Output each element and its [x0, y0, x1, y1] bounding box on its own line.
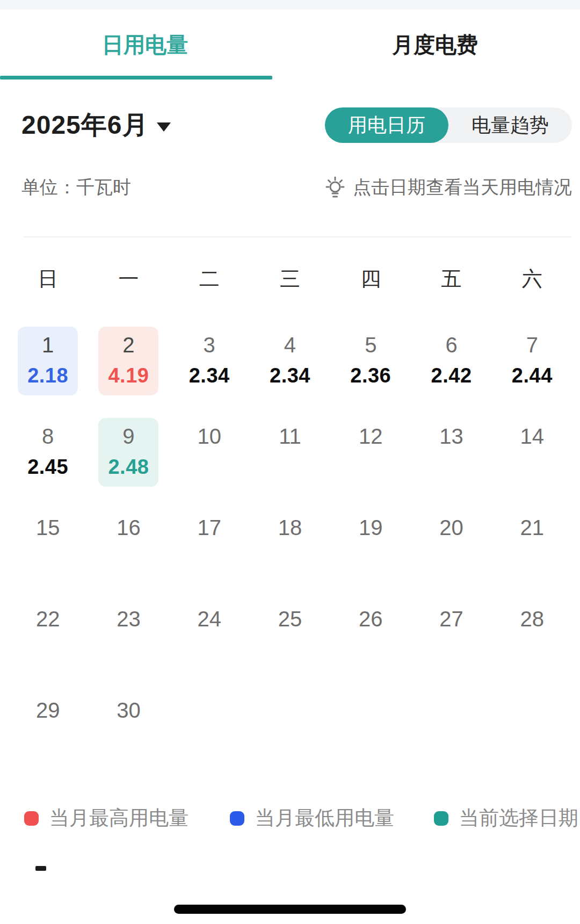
- calendar-cell: 42.34: [250, 327, 330, 418]
- top-tab-bar: 日用电量 月度电费: [0, 10, 580, 80]
- calendar-day-23[interactable]: 23: [98, 601, 158, 669]
- day-usage-value: 4.19: [108, 364, 149, 387]
- day-number: 25: [278, 607, 302, 631]
- calendar-day-2[interactable]: 24.19: [98, 327, 158, 395]
- day-number: 12: [359, 424, 383, 448]
- calendar-day-22[interactable]: 22: [18, 601, 78, 669]
- hint: 点击日期查看当天用电情况: [324, 175, 572, 200]
- calendar-cell: 17: [169, 509, 250, 601]
- day-number: 10: [197, 424, 221, 448]
- day-usage-value: 2.48: [108, 456, 149, 479]
- calendar-day-25[interactable]: 25: [260, 601, 320, 669]
- calendar-cell: 26: [330, 601, 411, 692]
- calendar-day-26[interactable]: 26: [340, 601, 401, 669]
- calendar-day-10[interactable]: 10: [179, 418, 240, 487]
- hint-text: 点击日期查看当天用电情况: [353, 175, 572, 200]
- day-number: 17: [197, 516, 221, 539]
- calendar-day-27[interactable]: 27: [422, 601, 482, 669]
- home-indicator-bar[interactable]: [174, 905, 406, 914]
- day-number: 13: [439, 424, 463, 448]
- unit-row: 单位：千瓦时 点击日期查看当天用电情况: [21, 175, 572, 200]
- calendar-day-5[interactable]: 52.36: [340, 327, 401, 395]
- day-number: 23: [117, 607, 141, 631]
- month-row: 2025年6月 用电日历 电量趋势: [21, 106, 572, 144]
- calendar-day-7[interactable]: 72.44: [502, 327, 562, 395]
- weekday-label: 日: [8, 265, 88, 293]
- calendar-cell: 29: [8, 692, 88, 783]
- month-selector[interactable]: 2025年6月: [21, 108, 171, 142]
- calendar-cell: 24.19: [88, 327, 169, 418]
- calendar-cell: 18: [250, 509, 330, 601]
- calendar-cell: 10: [169, 418, 250, 509]
- legend-label: 当前选择日期: [459, 805, 578, 832]
- calendar-day-9[interactable]: 92.48: [98, 418, 158, 487]
- weekday-label: 二: [169, 265, 250, 293]
- day-usage-value: 2.42: [431, 364, 472, 387]
- calendar-day-28[interactable]: 28: [502, 601, 562, 669]
- caret-down-icon: [157, 122, 171, 132]
- calendar-day-14[interactable]: 14: [502, 418, 562, 487]
- calendar-day-3[interactable]: 32.34: [179, 327, 240, 395]
- day-number: 21: [520, 516, 545, 539]
- calendar-day-16[interactable]: 16: [98, 509, 158, 578]
- calendar-day-6[interactable]: 62.42: [422, 327, 482, 395]
- day-usage-value: 2.18: [27, 364, 68, 387]
- calendar-day-17[interactable]: 17: [179, 509, 240, 578]
- calendar-day-29[interactable]: 29: [18, 692, 78, 761]
- weekday-header-row: 日一二三四五六: [0, 265, 580, 292]
- calendar-day-4[interactable]: 42.34: [260, 327, 320, 395]
- divider: [24, 236, 571, 237]
- day-number: 7: [526, 333, 538, 357]
- calendar-cell: 28: [492, 601, 572, 692]
- calendar-cell: 27: [411, 601, 491, 692]
- toggle-usage-trend[interactable]: 电量趋势: [448, 107, 572, 143]
- calendar-day-1[interactable]: 12.18: [18, 327, 78, 395]
- overflow-dash: [35, 866, 46, 871]
- day-usage-value: 2.34: [189, 364, 230, 387]
- calendar-day-24[interactable]: 24: [179, 601, 240, 669]
- calendar-cell: 15: [8, 509, 88, 601]
- toggle-usage-calendar[interactable]: 用电日历: [325, 107, 448, 143]
- weekday-label: 五: [411, 265, 491, 293]
- day-number: 20: [439, 516, 463, 539]
- weekday-label: 四: [330, 265, 411, 293]
- calendar-day-21[interactable]: 21: [502, 509, 562, 578]
- calendar-cell: 19: [330, 509, 411, 601]
- calendar-day-11[interactable]: 11: [260, 418, 320, 487]
- calendar-cell: 62.42: [411, 327, 491, 418]
- calendar-day-8[interactable]: 82.45: [18, 418, 78, 487]
- legend: 当月最高用电量 当月最低用电量 当前选择日期: [0, 805, 580, 834]
- day-number: 26: [359, 607, 383, 631]
- calendar-cell: 21: [492, 509, 572, 601]
- unit-label: 单位：千瓦时: [21, 175, 131, 200]
- weekday-label: 一: [88, 265, 169, 293]
- calendar-day-13[interactable]: 13: [422, 418, 482, 487]
- calendar-day-15[interactable]: 15: [18, 509, 78, 578]
- day-number: 4: [284, 333, 296, 357]
- calendar-day-18[interactable]: 18: [260, 509, 320, 578]
- calendar-cell: 12: [330, 418, 411, 509]
- tab-monthly-bill[interactable]: 月度电费: [290, 10, 580, 80]
- calendar-cell: 14: [492, 418, 572, 509]
- calendar-day-12[interactable]: 12: [340, 418, 401, 487]
- day-number: 29: [36, 698, 60, 722]
- legend-label: 当月最低用电量: [255, 805, 394, 832]
- day-number: 27: [439, 607, 463, 631]
- calendar-day-20[interactable]: 20: [422, 509, 482, 578]
- day-number: 18: [278, 516, 302, 539]
- calendar-cell: 72.44: [492, 327, 572, 418]
- calendar-cell: 25: [250, 601, 330, 692]
- tab-daily-usage[interactable]: 日用电量: [0, 10, 290, 80]
- lightbulb-icon: [324, 175, 346, 200]
- legend-swatch-highest: [24, 811, 39, 826]
- legend-swatch-lowest: [230, 811, 244, 826]
- day-number: 11: [279, 424, 301, 448]
- calendar-day-19[interactable]: 19: [340, 509, 401, 578]
- day-usage-value: 2.36: [350, 364, 391, 387]
- day-number: 9: [122, 424, 134, 448]
- calendar-cell: 20: [411, 509, 491, 601]
- calendar-cell: 92.48: [88, 418, 169, 509]
- day-number: 8: [42, 424, 54, 448]
- calendar-day-30[interactable]: 30: [98, 692, 158, 761]
- calendar-cell: 82.45: [8, 418, 88, 509]
